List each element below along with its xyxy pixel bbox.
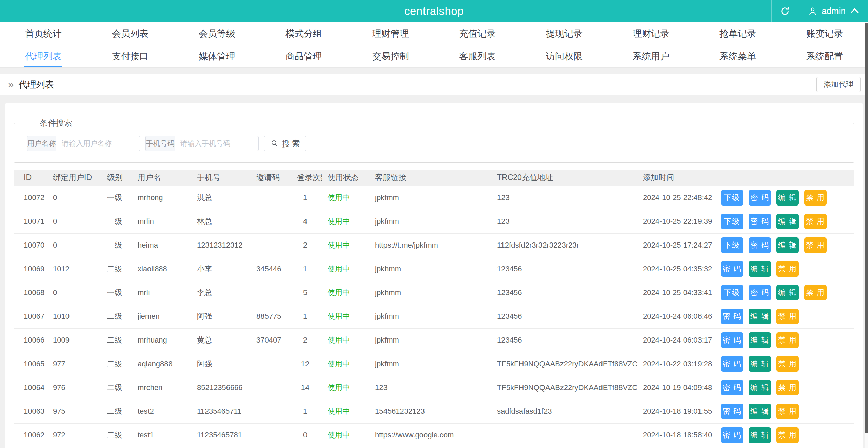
disable-button[interactable]: 禁 用 xyxy=(776,261,799,277)
password-button[interactable]: 密 码 xyxy=(749,190,771,206)
disable-button[interactable]: 禁 用 xyxy=(776,332,799,348)
cell-id: 10067 xyxy=(14,305,47,328)
tab-home-stats[interactable]: 首页统计 xyxy=(0,22,87,45)
disable-button[interactable]: 禁 用 xyxy=(776,380,799,395)
disable-button[interactable]: 禁 用 xyxy=(776,356,799,372)
phone-group: 手机号码 xyxy=(145,136,259,151)
sub-agent-button[interactable]: 下级 xyxy=(721,190,743,206)
cell-logins: 12 xyxy=(292,352,322,376)
cell-invite-code xyxy=(251,423,292,447)
password-button[interactable]: 密 码 xyxy=(721,427,743,443)
cell-level: 一级 xyxy=(102,186,132,210)
sub-agent-button[interactable]: 下级 xyxy=(721,214,743,229)
edit-button[interactable]: 编 辑 xyxy=(776,190,799,206)
tab-product-manage[interactable]: 商品管理 xyxy=(260,45,347,67)
page-title: 代理列表 xyxy=(19,79,54,91)
tab-withdraw-records[interactable]: 提现记录 xyxy=(521,22,608,45)
tab-member-list[interactable]: 会员列表 xyxy=(87,22,174,45)
table-row: 100691012二级xiaoli888小李3454461使用中jpkhmm12… xyxy=(14,257,854,281)
tab-trade-control[interactable]: 交易控制 xyxy=(347,45,434,67)
cell-phone: 阿强 xyxy=(192,305,251,328)
cell-phone: 洪总 xyxy=(192,186,251,210)
password-button[interactable]: 密 码 xyxy=(721,380,743,395)
edit-button[interactable]: 编 辑 xyxy=(776,214,799,229)
password-button[interactable]: 密 码 xyxy=(721,404,743,419)
edit-button[interactable]: 编 辑 xyxy=(776,237,799,253)
refresh-button[interactable] xyxy=(771,0,798,22)
cell-id: 10066 xyxy=(14,328,47,352)
cell-created: 2024-10-25 04:33:41 xyxy=(637,281,715,305)
cell-service-link: jpkfmm xyxy=(370,305,492,328)
cell-status: 使用中 xyxy=(322,210,370,233)
sub-agent-button[interactable]: 下级 xyxy=(721,285,743,300)
tab-media-manage[interactable]: 媒体管理 xyxy=(174,45,260,67)
tab-grab-order-records[interactable]: 抢单记录 xyxy=(694,22,781,45)
add-agent-button[interactable]: 添加代理 xyxy=(816,77,861,92)
cell-id: 10072 xyxy=(14,186,47,210)
disable-button[interactable]: 禁 用 xyxy=(804,214,827,229)
tab-mode-group[interactable]: 模式分组 xyxy=(260,22,347,45)
password-button[interactable]: 密 码 xyxy=(721,332,743,348)
tab-finance-records[interactable]: 理财记录 xyxy=(608,22,694,45)
breadcrumb-bar: » 代理列表 添加代理 xyxy=(0,74,868,95)
cell-bind-id: 0 xyxy=(47,233,102,257)
tab-finance-manage[interactable]: 理财管理 xyxy=(347,22,434,45)
edit-button[interactable]: 编 辑 xyxy=(749,356,771,372)
status-badge: 使用中 xyxy=(328,265,350,273)
cell-level: 一级 xyxy=(102,210,132,233)
edit-button[interactable]: 编 辑 xyxy=(749,309,771,324)
cell-username: heima xyxy=(132,233,192,257)
edit-button[interactable]: 编 辑 xyxy=(749,332,771,348)
password-button[interactable]: 密 码 xyxy=(749,214,771,229)
app-header: centralshop admin xyxy=(0,0,868,22)
disable-button[interactable]: 禁 用 xyxy=(804,190,827,206)
edit-button[interactable]: 编 辑 xyxy=(749,261,771,277)
tab-system-users[interactable]: 系统用户 xyxy=(608,45,694,67)
password-button[interactable]: 密 码 xyxy=(721,309,743,324)
cell-status: 使用中 xyxy=(322,257,370,281)
cell-username: mrchen xyxy=(132,376,192,400)
scrollbar-thumb[interactable] xyxy=(865,23,868,433)
edit-button[interactable]: 编 辑 xyxy=(776,285,799,300)
status-badge: 使用中 xyxy=(328,383,350,392)
tab-access-perms[interactable]: 访问权限 xyxy=(521,45,608,67)
disable-button[interactable]: 禁 用 xyxy=(804,237,827,253)
username-input[interactable] xyxy=(56,136,140,151)
password-button[interactable]: 密 码 xyxy=(721,261,743,277)
tab-member-level[interactable]: 会员等级 xyxy=(174,22,260,45)
tab-balance-change-records[interactable]: 账变记录 xyxy=(781,22,868,45)
table-row: 10065977二级aqiang888阿强12使用中jpkfmmTF5kFH9N… xyxy=(14,352,854,376)
password-button[interactable]: 密 码 xyxy=(721,356,743,372)
cell-logins: 4 xyxy=(292,210,322,233)
col-status: 使用状态 xyxy=(322,170,370,186)
tab-system-config[interactable]: 系统配置 xyxy=(781,45,868,67)
sub-agent-button[interactable]: 下级 xyxy=(721,237,743,253)
cell-created: 2024-10-24 06:06:46 xyxy=(637,305,715,328)
cell-username: test2 xyxy=(132,400,192,423)
tab-recharge-records[interactable]: 充值记录 xyxy=(434,22,521,45)
disable-button[interactable]: 禁 用 xyxy=(776,427,799,443)
password-button[interactable]: 密 码 xyxy=(749,285,771,300)
cell-bind-id: 977 xyxy=(47,352,102,376)
table-row: 100671010二级jiemen阿强8857751使用中jpkfmm12345… xyxy=(14,305,854,328)
cell-id: 10070 xyxy=(14,233,47,257)
disable-button[interactable]: 禁 用 xyxy=(776,309,799,324)
edit-button[interactable]: 编 辑 xyxy=(749,380,771,395)
edit-button[interactable]: 编 辑 xyxy=(749,404,771,419)
disable-button[interactable]: 禁 用 xyxy=(776,404,799,419)
cell-username: mrhong xyxy=(132,186,192,210)
tab-payment-api[interactable]: 支付接口 xyxy=(87,45,174,67)
tab-system-menu[interactable]: 系统菜单 xyxy=(694,45,781,67)
search-button[interactable]: 搜 索 xyxy=(264,136,306,151)
tab-agent-list[interactable]: 代理列表 xyxy=(0,45,87,67)
edit-button[interactable]: 编 辑 xyxy=(749,427,771,443)
disable-button[interactable]: 禁 用 xyxy=(804,285,827,300)
cell-status: 使用中 xyxy=(322,352,370,376)
password-button[interactable]: 密 码 xyxy=(749,237,771,253)
tab-service-list[interactable]: 客服列表 xyxy=(434,45,521,67)
cell-actions: 密 码编 辑禁 用 xyxy=(715,328,854,352)
vertical-scrollbar[interactable] xyxy=(865,22,868,448)
user-menu[interactable]: admin xyxy=(798,0,868,22)
cell-service-link: jpkfmm xyxy=(370,186,492,210)
phone-input[interactable] xyxy=(175,136,259,151)
